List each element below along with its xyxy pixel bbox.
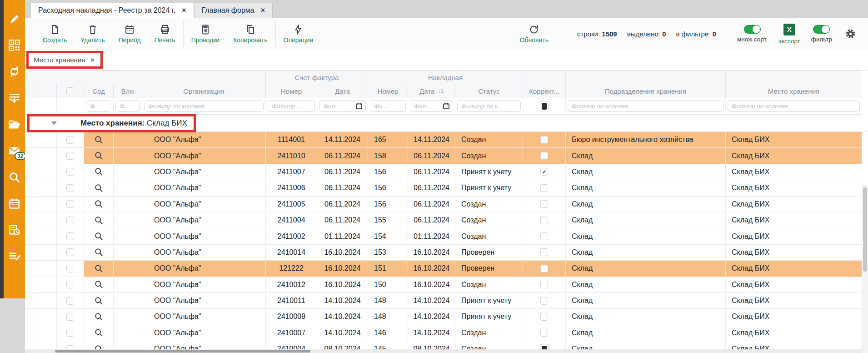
pencil-icon[interactable]	[8, 13, 20, 25]
search-icon[interactable]	[8, 171, 20, 183]
row-cell-sod[interactable]	[84, 180, 114, 196]
table-row[interactable]: ООО "Альфа" 2410014 16.10.2024 153 16.10…	[25, 245, 862, 261]
select-all-checkbox[interactable]	[66, 87, 74, 95]
table-row[interactable]: ООО "Альфа" 121222 16.10.2024 151 16.10.…	[25, 261, 862, 277]
export-button[interactable]: X экспорт	[774, 18, 805, 50]
row-cell-sod[interactable]	[84, 325, 114, 341]
row-checkbox[interactable]	[66, 200, 74, 208]
group-row[interactable]: Место хранения: Склад БИХ	[25, 115, 868, 132]
korr-checkbox[interactable]	[540, 248, 548, 256]
magnifier-icon[interactable]	[94, 151, 104, 161]
vertical-scrollbar[interactable]	[862, 185, 868, 353]
filter-toggle[interactable]: фильтр	[807, 18, 837, 50]
filter-input-org[interactable]	[144, 100, 264, 112]
table-row[interactable]: ООО "Альфа" 2410012 16.10.2024 150 16.10…	[25, 277, 862, 293]
tab-close-icon[interactable]: ×	[261, 6, 265, 15]
magnifier-icon[interactable]	[94, 167, 104, 176]
row-checkbox[interactable]	[66, 168, 74, 176]
col-header-sf-num[interactable]: Номер	[266, 84, 317, 98]
tab-close-icon[interactable]: ×	[182, 6, 186, 15]
korr-checkbox[interactable]	[540, 265, 548, 272]
sync-icon[interactable]	[8, 66, 20, 78]
calendar-icon[interactable]	[355, 102, 363, 110]
row-cell-sod[interactable]	[84, 212, 114, 228]
col-header-mesto[interactable]: Место хранения	[726, 84, 862, 98]
row-cell-sod[interactable]	[84, 197, 114, 212]
korr-checkbox[interactable]	[540, 281, 548, 288]
korr-checkbox[interactable]	[540, 152, 548, 160]
col-header-status[interactable]: Статус	[455, 84, 523, 98]
print-button[interactable]: Печать	[148, 18, 182, 50]
row-cell-sod[interactable]	[84, 148, 114, 163]
operations-button[interactable]: Операции	[277, 18, 320, 50]
multi-sort-toggle[interactable]: множ.сорт.	[733, 18, 772, 50]
row-cell-sod[interactable]	[84, 277, 114, 292]
table-row[interactable]: ООО "Альфа" 2410007 14.10.2024 146 14.10…	[25, 325, 862, 341]
row-checkbox[interactable]	[66, 136, 74, 144]
table-row[interactable]: ООО "Альфа" 2410011 14.10.2024 148 14.10…	[25, 293, 862, 309]
row-checkbox[interactable]	[66, 265, 74, 272]
filter-input-podr[interactable]	[568, 100, 723, 112]
copy-button[interactable]: Копировать	[226, 18, 274, 50]
korr-checkbox[interactable]	[540, 297, 548, 305]
magnifier-icon[interactable]	[94, 264, 104, 273]
calendar-icon[interactable]	[443, 102, 450, 110]
row-cell-sod[interactable]	[84, 245, 114, 260]
mail-icon[interactable]: 32	[8, 145, 20, 157]
magnifier-icon[interactable]	[94, 312, 104, 322]
filter-chip-place-of-storage[interactable]: Место хранения ×	[29, 54, 100, 66]
filter-input-n-num[interactable]	[370, 100, 406, 112]
table-row[interactable]: ООО "Альфа" 2411004 06.11.2024 155 06.11…	[25, 212, 862, 228]
korr-checkbox[interactable]	[540, 200, 548, 208]
col-header-korr[interactable]: Коррект...	[523, 84, 566, 98]
row-cell-sod[interactable]	[84, 309, 114, 324]
row-cell-sod[interactable]	[84, 228, 114, 244]
delete-button[interactable]: Удалить	[74, 18, 111, 50]
horizontal-scrollbar-thumb[interactable]	[55, 350, 310, 353]
col-header-sod[interactable]: Сод	[84, 84, 114, 98]
chip-close-icon[interactable]: ×	[90, 56, 95, 64]
row-checkbox[interactable]	[66, 329, 74, 337]
collapse-triangle-icon[interactable]	[51, 121, 57, 125]
filter-input-sf-num[interactable]	[268, 100, 315, 112]
row-checkbox[interactable]	[66, 152, 74, 160]
report-clock-icon[interactable]	[8, 224, 20, 236]
table-row[interactable]: ООО "Альфа" 2411005 06.11.2024 156 06.11…	[25, 197, 862, 212]
magnifier-icon[interactable]	[94, 199, 104, 209]
create-button[interactable]: Создать	[36, 18, 74, 50]
row-checkbox[interactable]	[66, 313, 74, 321]
row-checkbox[interactable]	[66, 297, 74, 305]
refresh-button[interactable]: Обновить	[513, 18, 555, 50]
col-header-sf-date[interactable]: Дата	[317, 84, 368, 98]
col-header-n-num[interactable]: Номер	[368, 84, 408, 98]
magnifier-icon[interactable]	[94, 247, 104, 257]
table-row[interactable]: ООО "Альфа" 2411010 06.11.2024 158 06.11…	[25, 148, 862, 164]
row-cell-sod[interactable]	[84, 132, 114, 147]
excel-icon[interactable]: X	[783, 24, 795, 35]
table-row[interactable]: ООО "Альфа" 2411007 06.11.2024 156 06.11…	[25, 164, 862, 180]
filter-input-vlj[interactable]	[115, 100, 140, 112]
korr-checkbox[interactable]	[540, 136, 548, 144]
magnifier-icon[interactable]	[94, 328, 104, 338]
row-checkbox[interactable]	[66, 232, 74, 240]
table-row[interactable]: ООО "Альфа" 2411002 01.11.2024 154 01.11…	[25, 228, 862, 244]
table-row[interactable]: ООО "Альфа" 2410009 14.10.2024 148 14.10…	[25, 309, 862, 325]
magnifier-icon[interactable]	[94, 280, 104, 289]
table-row[interactable]: ООО "Альфа" 1114001 14.11.2024 165 14.11…	[25, 132, 862, 148]
row-checkbox[interactable]	[66, 281, 74, 288]
col-header-podr[interactable]: Подразделение хранения	[566, 84, 726, 98]
postings-button[interactable]: Проводки	[185, 18, 227, 50]
horizontal-scrollbar[interactable]	[25, 349, 862, 353]
print-queue-icon[interactable]	[8, 92, 20, 104]
calendar-icon[interactable]	[8, 197, 20, 210]
row-checkbox[interactable]	[66, 184, 74, 192]
korr-checkbox[interactable]	[540, 184, 548, 192]
vertical-scrollbar-thumb[interactable]	[863, 187, 867, 272]
col-header-n-date[interactable]: Дата↓1	[408, 84, 455, 98]
row-cell-sod[interactable]	[84, 261, 114, 276]
magnifier-icon[interactable]	[94, 135, 104, 145]
settings-button[interactable]	[837, 18, 868, 50]
tab-register-2024[interactable]: Расходная накладная - Реестр за 2024 г. …	[30, 3, 194, 18]
col-header-vlj[interactable]: Влж	[114, 84, 142, 98]
magnifier-icon[interactable]	[94, 232, 104, 241]
